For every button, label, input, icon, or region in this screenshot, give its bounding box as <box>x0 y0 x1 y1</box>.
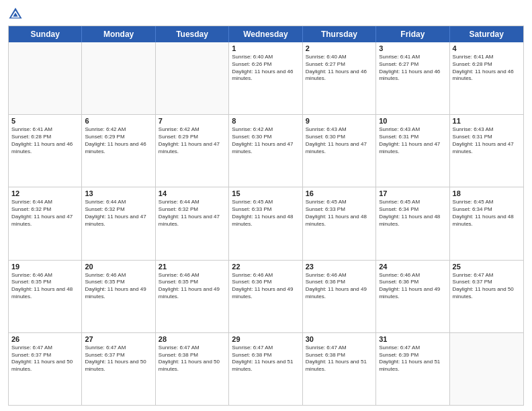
day-number: 19 <box>11 263 79 271</box>
day-number: 21 <box>159 263 226 271</box>
calendar-row-2: 5Sunrise: 6:41 AM Sunset: 6:28 PM Daylig… <box>9 115 523 187</box>
calendar-cell-19: 19Sunrise: 6:46 AM Sunset: 6:35 PM Dayli… <box>9 261 82 332</box>
day-number: 7 <box>159 117 226 125</box>
calendar-cell-11: 11Sunrise: 6:43 AM Sunset: 6:31 PM Dayli… <box>450 115 523 187</box>
cell-info: Sunrise: 6:47 AM Sunset: 6:38 PM Dayligh… <box>159 345 226 373</box>
calendar-cell-15: 15Sunrise: 6:45 AM Sunset: 6:33 PM Dayli… <box>229 187 302 259</box>
calendar-cell-28: 28Sunrise: 6:47 AM Sunset: 6:38 PM Dayli… <box>156 333 229 405</box>
cell-info: Sunrise: 6:45 AM Sunset: 6:34 PM Dayligh… <box>379 199 446 228</box>
header-day-monday: Monday <box>82 26 155 42</box>
day-number: 26 <box>11 335 79 343</box>
cell-info: Sunrise: 6:47 AM Sunset: 6:39 PM Dayligh… <box>379 345 446 373</box>
calendar-cell-6: 6Sunrise: 6:42 AM Sunset: 6:29 PM Daylig… <box>82 115 155 187</box>
calendar-cell-8: 8Sunrise: 6:42 AM Sunset: 6:30 PM Daylig… <box>229 115 302 187</box>
day-number: 16 <box>306 189 373 197</box>
calendar-cell-30: 30Sunrise: 6:47 AM Sunset: 6:38 PM Dayli… <box>303 333 376 405</box>
cell-info: Sunrise: 6:40 AM Sunset: 6:27 PM Dayligh… <box>306 54 373 83</box>
day-number: 17 <box>379 189 446 197</box>
cell-info: Sunrise: 6:47 AM Sunset: 6:38 PM Dayligh… <box>232 345 299 373</box>
cell-info: Sunrise: 6:41 AM Sunset: 6:28 PM Dayligh… <box>11 126 79 155</box>
calendar-cell-17: 17Sunrise: 6:45 AM Sunset: 6:34 PM Dayli… <box>376 187 449 259</box>
calendar-row-5: 26Sunrise: 6:47 AM Sunset: 6:37 PM Dayli… <box>9 333 523 405</box>
day-number: 14 <box>159 189 226 197</box>
day-number: 2 <box>306 44 373 52</box>
day-number: 6 <box>85 117 152 125</box>
day-number: 29 <box>232 335 299 343</box>
cell-info: Sunrise: 6:41 AM Sunset: 6:27 PM Dayligh… <box>379 54 446 83</box>
day-number: 11 <box>453 117 521 125</box>
cell-info: Sunrise: 6:46 AM Sunset: 6:36 PM Dayligh… <box>232 272 299 301</box>
calendar-cell-16: 16Sunrise: 6:45 AM Sunset: 6:33 PM Dayli… <box>303 187 376 259</box>
cell-info: Sunrise: 6:46 AM Sunset: 6:36 PM Dayligh… <box>306 272 373 301</box>
calendar-cell-26: 26Sunrise: 6:47 AM Sunset: 6:37 PM Dayli… <box>9 333 82 405</box>
cell-info: Sunrise: 6:41 AM Sunset: 6:28 PM Dayligh… <box>453 54 521 83</box>
calendar-cell-4: 4Sunrise: 6:41 AM Sunset: 6:28 PM Daylig… <box>450 42 523 114</box>
header-day-friday: Friday <box>376 26 449 42</box>
calendar-cell-20: 20Sunrise: 6:46 AM Sunset: 6:35 PM Dayli… <box>82 261 155 332</box>
cell-info: Sunrise: 6:46 AM Sunset: 6:35 PM Dayligh… <box>85 272 152 301</box>
calendar-cell-empty-0-2 <box>156 42 229 114</box>
cell-info: Sunrise: 6:47 AM Sunset: 6:37 PM Dayligh… <box>11 345 79 373</box>
day-number: 10 <box>379 117 446 125</box>
day-number: 4 <box>453 44 521 52</box>
cell-info: Sunrise: 6:46 AM Sunset: 6:36 PM Dayligh… <box>379 272 446 301</box>
cell-info: Sunrise: 6:44 AM Sunset: 6:32 PM Dayligh… <box>85 199 152 228</box>
calendar-cell-1: 1Sunrise: 6:40 AM Sunset: 6:26 PM Daylig… <box>229 42 302 114</box>
day-number: 3 <box>379 44 446 52</box>
calendar-cell-13: 13Sunrise: 6:44 AM Sunset: 6:32 PM Dayli… <box>82 187 155 259</box>
day-number: 15 <box>232 189 299 197</box>
day-number: 28 <box>159 335 226 343</box>
logo-icon <box>8 7 23 21</box>
cell-info: Sunrise: 6:46 AM Sunset: 6:35 PM Dayligh… <box>159 272 226 301</box>
day-number: 9 <box>306 117 373 125</box>
cell-info: Sunrise: 6:47 AM Sunset: 6:37 PM Dayligh… <box>453 272 521 301</box>
cell-info: Sunrise: 6:43 AM Sunset: 6:31 PM Dayligh… <box>453 126 521 155</box>
cell-info: Sunrise: 6:45 AM Sunset: 6:33 PM Dayligh… <box>306 199 373 228</box>
cell-info: Sunrise: 6:45 AM Sunset: 6:34 PM Dayligh… <box>453 199 521 228</box>
cell-info: Sunrise: 6:42 AM Sunset: 6:29 PM Dayligh… <box>85 126 152 155</box>
calendar-cell-12: 12Sunrise: 6:44 AM Sunset: 6:32 PM Dayli… <box>9 187 82 259</box>
calendar-cell-25: 25Sunrise: 6:47 AM Sunset: 6:37 PM Dayli… <box>450 261 523 332</box>
day-number: 5 <box>11 117 79 125</box>
cell-info: Sunrise: 6:47 AM Sunset: 6:37 PM Dayligh… <box>85 345 152 373</box>
cell-info: Sunrise: 6:40 AM Sunset: 6:26 PM Dayligh… <box>232 54 299 83</box>
calendar-cell-18: 18Sunrise: 6:45 AM Sunset: 6:34 PM Dayli… <box>450 187 523 259</box>
calendar-cell-9: 9Sunrise: 6:43 AM Sunset: 6:30 PM Daylig… <box>303 115 376 187</box>
day-number: 13 <box>85 189 152 197</box>
day-number: 30 <box>306 335 373 343</box>
day-number: 23 <box>306 263 373 271</box>
day-number: 20 <box>85 263 152 271</box>
day-number: 12 <box>11 189 79 197</box>
day-number: 8 <box>232 117 299 125</box>
calendar-cell-5: 5Sunrise: 6:41 AM Sunset: 6:28 PM Daylig… <box>9 115 82 187</box>
day-number: 1 <box>232 44 299 52</box>
logo <box>8 7 24 21</box>
day-number: 27 <box>85 335 152 343</box>
calendar-cell-31: 31Sunrise: 6:47 AM Sunset: 6:39 PM Dayli… <box>376 333 449 405</box>
cell-info: Sunrise: 6:46 AM Sunset: 6:35 PM Dayligh… <box>11 272 79 301</box>
cell-info: Sunrise: 6:45 AM Sunset: 6:33 PM Dayligh… <box>232 199 299 228</box>
cell-info: Sunrise: 6:42 AM Sunset: 6:29 PM Dayligh… <box>159 126 226 155</box>
cell-info: Sunrise: 6:43 AM Sunset: 6:30 PM Dayligh… <box>306 126 373 155</box>
day-number: 24 <box>379 263 446 271</box>
calendar-cell-empty-0-1 <box>82 42 155 114</box>
calendar: SundayMondayTuesdayWednesdayThursdayFrid… <box>8 26 524 406</box>
calendar-header: SundayMondayTuesdayWednesdayThursdayFrid… <box>9 26 523 42</box>
header-day-wednesday: Wednesday <box>229 26 302 42</box>
calendar-body: 1Sunrise: 6:40 AM Sunset: 6:26 PM Daylig… <box>9 42 523 405</box>
calendar-cell-2: 2Sunrise: 6:40 AM Sunset: 6:27 PM Daylig… <box>303 42 376 114</box>
header <box>8 7 524 21</box>
cell-info: Sunrise: 6:44 AM Sunset: 6:32 PM Dayligh… <box>11 199 79 228</box>
cell-info: Sunrise: 6:44 AM Sunset: 6:32 PM Dayligh… <box>159 199 226 228</box>
page: SundayMondayTuesdayWednesdayThursdayFrid… <box>0 0 532 411</box>
day-number: 18 <box>453 189 521 197</box>
day-number: 22 <box>232 263 299 271</box>
header-day-thursday: Thursday <box>303 26 376 42</box>
cell-info: Sunrise: 6:47 AM Sunset: 6:38 PM Dayligh… <box>306 345 373 373</box>
day-number: 31 <box>379 335 446 343</box>
calendar-row-3: 12Sunrise: 6:44 AM Sunset: 6:32 PM Dayli… <box>9 187 523 260</box>
day-number: 25 <box>453 263 521 271</box>
calendar-cell-10: 10Sunrise: 6:43 AM Sunset: 6:31 PM Dayli… <box>376 115 449 187</box>
calendar-cell-29: 29Sunrise: 6:47 AM Sunset: 6:38 PM Dayli… <box>229 333 302 405</box>
calendar-cell-empty-0-0 <box>9 42 82 114</box>
